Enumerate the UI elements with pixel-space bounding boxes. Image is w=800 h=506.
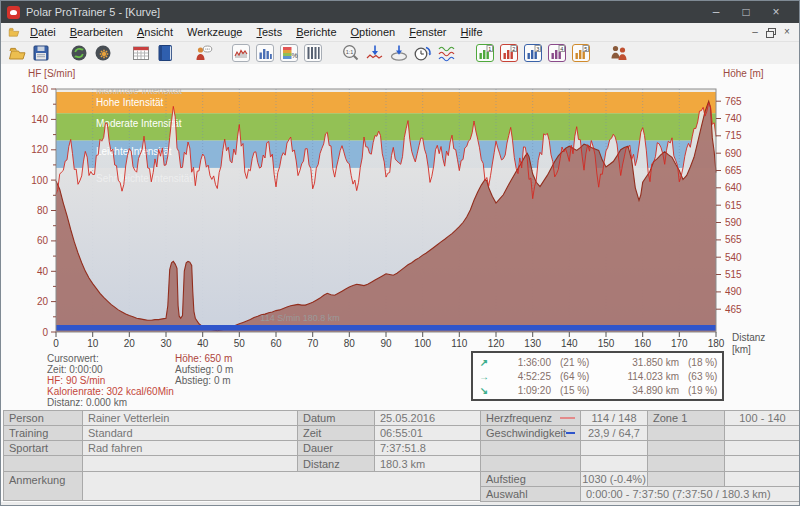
toolbar: %1:112345 (1, 42, 799, 64)
cursor-time: Zeit: 0:00:00 (47, 364, 174, 375)
menu-item-optionen[interactable]: Optionen (344, 23, 403, 41)
datum-value-text: 25.05.2016 (380, 412, 435, 424)
flat-arrow-icon: → (473, 370, 495, 384)
herzfrequenz-line-legend-icon (560, 417, 575, 419)
svg-text:1:1: 1:1 (346, 49, 354, 55)
cursor-heart-rate: HF: 90 S/min (47, 375, 174, 386)
svg-text:490: 490 (725, 286, 742, 297)
svg-text:80: 80 (37, 205, 49, 216)
table-cell-empty-cell (3, 455, 83, 472)
menu-item-ansicht[interactable]: Ansicht (130, 23, 180, 41)
herzfrequenz-label-text: Herzfrequenz (486, 412, 552, 424)
svg-text:0: 0 (42, 327, 48, 338)
aufstieg-value-text: 1030 (-0.4%) (582, 473, 646, 485)
minimize-button[interactable]: – (701, 1, 731, 23)
svg-text:2: 2 (512, 46, 515, 52)
menu-item-berichte[interactable]: Berichte (289, 23, 343, 41)
selection-loop-icon[interactable] (389, 43, 409, 63)
svg-text:114 S/min 180.8 km: 114 S/min 180.8 km (260, 313, 339, 323)
selection-time-pct: (21 %) (551, 356, 603, 370)
zeit-label-text: Zeit (303, 427, 321, 439)
view-zones-icon[interactable]: % (279, 43, 299, 63)
mdi-close-button[interactable]: × (781, 26, 793, 38)
view-laps-icon[interactable] (303, 43, 323, 63)
svg-text:665: 665 (725, 165, 742, 176)
selection-distance: 34.890 km (603, 384, 679, 398)
zeit-value-text: 06:55:01 (380, 427, 423, 439)
transfer-icon[interactable] (69, 43, 89, 63)
svg-text:100: 100 (414, 338, 431, 349)
save-icon[interactable] (31, 43, 51, 63)
menu-item-hilfe[interactable]: Hilfe (454, 23, 490, 41)
close-button[interactable]: × (761, 1, 791, 23)
chart-5-icon[interactable]: 5 (571, 43, 591, 63)
selection-row: →4:52:25(64 %)114.023 km(63 %) (473, 370, 722, 384)
menu-item-fenster[interactable]: Fenster (402, 23, 453, 41)
table-cell-empty-cell (480, 455, 581, 472)
menu-item-bearbeiten[interactable]: Bearbeiten (63, 23, 130, 41)
svg-text:10: 10 (87, 338, 99, 349)
table-cell-herzfrequenz-value: 114 / 148 (580, 410, 648, 426)
menu-items: DateiBearbeitenAnsichtWerkzeugeTestsBeri… (23, 23, 490, 41)
svg-text:690: 690 (725, 148, 742, 159)
app-window: Polar ProTrainer 5 - [Kurve] – □ × Datei… (0, 0, 800, 506)
table-cell-aufstieg-value: 1030 (-0.4%) (580, 471, 648, 487)
multi-curves-icon[interactable] (437, 43, 457, 63)
open-folder-icon[interactable] (7, 43, 27, 63)
compare-people-icon[interactable] (609, 43, 629, 63)
svg-text:540: 540 (725, 252, 742, 263)
document-folder-icon (7, 26, 21, 38)
table-cell-empty-cell (480, 440, 581, 456)
svg-text:160: 160 (634, 338, 651, 349)
table-cell-zone-label: Zone 1 (647, 410, 725, 426)
mdi-minimize-button[interactable]: – (749, 26, 761, 38)
mdi-restore-icon[interactable] (766, 28, 776, 37)
diary-icon[interactable] (155, 43, 175, 63)
time-offset-icon[interactable] (413, 43, 433, 63)
table-cell-distanz-label: Distanz (297, 455, 375, 472)
svg-text:Moderate Intensität: Moderate Intensität (96, 118, 182, 129)
menu-item-datei[interactable]: Datei (23, 23, 63, 41)
distanz-label-text: Distanz (303, 458, 340, 470)
svg-text:40: 40 (37, 266, 49, 277)
svg-text:120: 120 (488, 338, 505, 349)
ascent-arrow-icon: ↗ (473, 356, 495, 370)
zoom-1-1-icon[interactable]: 1:1 (341, 43, 361, 63)
svg-text:3: 3 (536, 46, 539, 52)
svg-text:5: 5 (584, 46, 587, 52)
svg-text:130: 130 (524, 338, 541, 349)
selection-distance-pct: (63 %) (679, 370, 725, 384)
svg-text:30: 30 (160, 338, 172, 349)
chart-3-icon[interactable]: 3 (523, 43, 543, 63)
curve-marker-icon[interactable] (365, 43, 385, 63)
chart-1-icon[interactable]: 1 (475, 43, 495, 63)
svg-text:Hohe Intensität: Hohe Intensität (96, 97, 163, 108)
calendar-icon[interactable] (131, 43, 151, 63)
coach-icon[interactable] (193, 43, 213, 63)
svg-text:565: 565 (725, 234, 742, 245)
chart-2-icon[interactable]: 2 (499, 43, 519, 63)
transfer-settings-icon[interactable] (93, 43, 113, 63)
menu-item-tests[interactable]: Tests (249, 23, 289, 41)
view-curve-icon[interactable] (231, 43, 251, 63)
svg-text:100: 100 (31, 175, 48, 186)
auswahl-value-text: 0:00:00 - 7:37:50 (7:37:50 / 180.3 km) (586, 488, 771, 500)
cursor-ascent: Aufstieg: 0 m (175, 364, 233, 375)
table-cell-geschwindigkeit-label: Geschwindigkeit (480, 425, 581, 441)
menu-item-werkzeuge[interactable]: Werkzeuge (180, 23, 249, 41)
selection-distance: 31.850 km (603, 356, 679, 370)
training-label-text: Training (9, 427, 48, 439)
table-cell-herzfrequenz-label: Herzfrequenz (480, 410, 581, 426)
curve-chart[interactable]: Maximale IntensitätHohe IntensitätModera… (1, 64, 800, 356)
table-cell-empty-cell (647, 425, 725, 441)
zone-value-text: 100 - 140 (739, 412, 785, 424)
chart-4-icon[interactable]: 4 (547, 43, 567, 63)
table-cell-geschwindigkeit-value: 23,9 / 64,7 (580, 425, 648, 441)
svg-text:140: 140 (31, 114, 48, 125)
geschwindigkeit-line-legend-icon (566, 432, 575, 434)
maximize-button[interactable]: □ (731, 1, 761, 23)
svg-text:615: 615 (725, 200, 742, 211)
table-cell-person-label: Person (3, 410, 83, 426)
table-cell-anmerkung-value (82, 471, 481, 501)
view-bars-icon[interactable] (255, 43, 275, 63)
